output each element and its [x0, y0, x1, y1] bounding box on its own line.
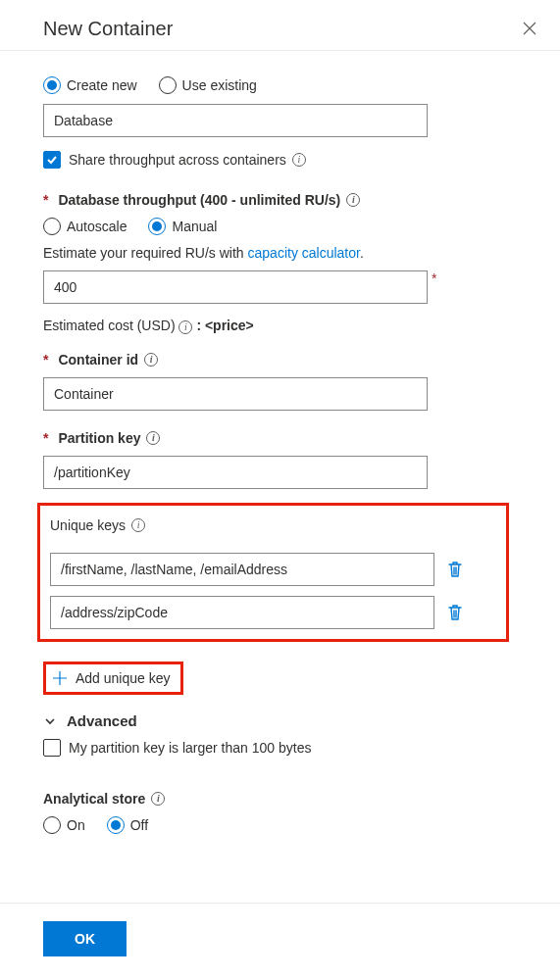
estimate-text-pre: Estimate your required RU/s with [43, 245, 248, 261]
plus-icon [52, 670, 68, 686]
advanced-section-toggle[interactable]: Advanced [43, 712, 137, 729]
chevron-down-icon [43, 714, 57, 728]
radio-circle-icon [43, 218, 61, 235]
unique-key-row [50, 596, 496, 629]
radio-autoscale[interactable]: Autoscale [43, 218, 127, 235]
radio-dot-icon [107, 816, 125, 834]
capacity-calculator-link[interactable]: capacity calculator [248, 245, 360, 261]
unique-key-row [50, 553, 496, 586]
required-asterisk: * [43, 192, 48, 208]
ru-input[interactable] [43, 270, 428, 304]
radio-circle-icon [43, 816, 61, 834]
estimated-cost-label: Estimated cost (USD) [43, 318, 178, 333]
radio-dot-icon [43, 76, 61, 94]
estimate-text-post: . [360, 245, 364, 261]
info-icon[interactable] [346, 193, 360, 207]
info-icon[interactable] [151, 792, 165, 806]
container-id-input[interactable] [43, 377, 428, 411]
trash-icon[interactable] [444, 602, 466, 623]
close-icon[interactable] [523, 21, 536, 38]
radio-analytical-off-label: Off [130, 817, 148, 833]
database-name-input[interactable] [43, 104, 428, 137]
advanced-title: Advanced [67, 712, 137, 729]
radio-analytical-off[interactable]: Off [107, 816, 148, 834]
radio-create-new[interactable]: Create new [43, 76, 137, 94]
add-unique-key-label: Add unique key [76, 670, 171, 686]
info-icon[interactable] [144, 353, 158, 367]
checkbox-empty-icon [43, 739, 61, 757]
partition-key-input[interactable] [43, 456, 428, 489]
partition-key-label: Partition key [58, 430, 140, 446]
radio-autoscale-label: Autoscale [67, 219, 127, 234]
required-asterisk: * [43, 430, 48, 446]
required-asterisk: * [43, 352, 48, 368]
radio-use-existing[interactable]: Use existing [159, 76, 257, 94]
large-pk-label: My partition key is larger than 100 byte… [69, 740, 311, 756]
radio-analytical-on[interactable]: On [43, 816, 85, 834]
share-throughput-label: Share throughput across containers [69, 152, 286, 168]
estimated-cost-value: : <price> [196, 318, 253, 333]
ok-button[interactable]: OK [43, 921, 127, 956]
unique-keys-label: Unique keys [50, 517, 126, 533]
radio-use-existing-label: Use existing [182, 77, 257, 93]
share-throughput-checkbox[interactable]: Share throughput across containers [43, 151, 306, 169]
unique-keys-highlight: Unique keys [37, 503, 509, 642]
checkbox-checked-icon [43, 151, 61, 169]
panel-title: New Container [43, 18, 173, 40]
add-unique-key-button[interactable]: Add unique key [43, 662, 183, 695]
unique-key-input[interactable] [50, 596, 434, 629]
radio-analytical-on-label: On [67, 817, 85, 833]
info-icon[interactable] [131, 518, 145, 532]
large-pk-checkbox[interactable]: My partition key is larger than 100 byte… [43, 739, 311, 757]
unique-key-input[interactable] [50, 553, 434, 586]
radio-circle-icon [159, 76, 177, 94]
db-throughput-heading: Database throughput (400 - unlimited RU/… [58, 192, 340, 208]
trash-icon[interactable] [444, 559, 466, 580]
info-icon[interactable] [146, 431, 160, 445]
required-asterisk: * [432, 270, 436, 286]
radio-manual-label: Manual [172, 219, 217, 234]
info-icon[interactable] [178, 320, 192, 334]
radio-manual[interactable]: Manual [148, 218, 217, 235]
radio-dot-icon [148, 218, 166, 235]
analytical-store-label: Analytical store [43, 791, 145, 807]
container-id-label: Container id [58, 352, 138, 368]
info-icon[interactable] [292, 153, 306, 167]
radio-create-new-label: Create new [67, 77, 137, 93]
